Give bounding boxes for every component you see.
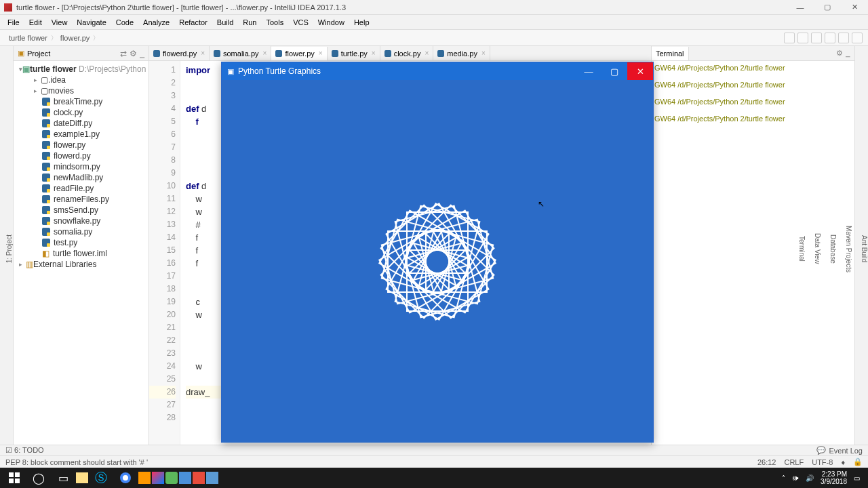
- taskbar-app[interactable]: [165, 472, 178, 484]
- sidebar-project-tab[interactable]: 1: Project: [5, 235, 13, 263]
- stop-button[interactable]: [838, 33, 849, 43]
- line-separator[interactable]: CRLF: [784, 458, 804, 466]
- tree-file[interactable]: test.py: [14, 237, 149, 248]
- sidebar-dataview-tab[interactable]: Data View: [814, 233, 821, 264]
- build-button[interactable]: [784, 33, 795, 43]
- close-icon[interactable]: ×: [425, 49, 429, 57]
- tree-file[interactable]: example1.py: [14, 129, 149, 140]
- tray-notifications-icon[interactable]: ▭: [854, 474, 860, 482]
- minimize-button[interactable]: —: [787, 0, 814, 15]
- taskview-button[interactable]: ▭: [52, 469, 75, 487]
- close-icon[interactable]: ×: [319, 49, 323, 57]
- turtle-minimize-button[interactable]: —: [576, 62, 601, 80]
- menu-view[interactable]: View: [47, 18, 73, 26]
- title-bar: turtle flower - [D:\Projects\Python 2\tu…: [0, 0, 868, 15]
- tree-file[interactable]: mindsorm.py: [14, 161, 149, 172]
- tree-file[interactable]: snowflake.py: [14, 216, 149, 226]
- taskbar-app[interactable]: [193, 472, 205, 484]
- tree-file[interactable]: newMadlib.py: [14, 172, 149, 183]
- tree-file[interactable]: smsSend.py: [14, 205, 149, 216]
- breadcrumb[interactable]: turtle flower: [5, 34, 51, 42]
- sidebar-ant-tab[interactable]: Ant Build: [861, 235, 868, 262]
- taskbar-intellij[interactable]: [152, 472, 164, 484]
- tree-file[interactable]: flower.py: [14, 140, 149, 150]
- menu-build[interactable]: Build: [212, 18, 238, 26]
- todo-tab[interactable]: ☑ 6: TODO: [5, 446, 44, 455]
- tab-media[interactable]: media.py×: [433, 46, 490, 60]
- sidebar-database-tab[interactable]: Database: [829, 235, 837, 264]
- gear-icon[interactable]: ⚙: [836, 49, 843, 58]
- file-encoding[interactable]: UTF-8: [812, 458, 833, 466]
- cursor-position[interactable]: 26:12: [757, 458, 776, 466]
- event-log-tab[interactable]: 💬 Event Log: [816, 446, 863, 455]
- terminal-body[interactable]: GW64 /d/Projects/Python 2/turtle flower …: [652, 61, 854, 445]
- tree-file[interactable]: flowerd.py: [14, 150, 149, 161]
- tab-turtle[interactable]: turtle.py×: [328, 46, 380, 60]
- terminal-tab[interactable]: Terminal: [652, 47, 689, 61]
- tab-flower[interactable]: flower.py×: [271, 47, 327, 61]
- tree-folder-movies[interactable]: ▸▢ movies: [14, 85, 149, 96]
- tree-file[interactable]: renameFiles.py: [14, 194, 149, 205]
- taskbar-sublime[interactable]: [138, 472, 151, 484]
- menu-vcs[interactable]: VCS: [288, 18, 313, 26]
- tree-folder-idea[interactable]: ▸▢ .idea: [14, 75, 149, 85]
- tree-file[interactable]: somalia.py: [14, 226, 149, 237]
- turtle-close-button[interactable]: ✕: [627, 62, 653, 80]
- turtle-window[interactable]: ▣ Python Turtle Graphics — ▢ ✕ ↖: [221, 62, 654, 443]
- debug-button[interactable]: [811, 33, 822, 43]
- tray-volume-icon[interactable]: 🔊: [806, 474, 814, 482]
- menu-refactor[interactable]: Refactor: [174, 18, 212, 26]
- close-icon[interactable]: ×: [201, 49, 205, 57]
- menu-navigate[interactable]: Navigate: [72, 18, 111, 26]
- sidebar-maven-tab[interactable]: Maven Projects: [845, 226, 852, 272]
- menu-tools[interactable]: Tools: [261, 18, 288, 26]
- coverage-button[interactable]: [825, 33, 835, 43]
- taskbar-skype[interactable]: Ⓢ: [90, 469, 113, 487]
- tree-file[interactable]: readFile.py: [14, 183, 149, 194]
- lock-icon[interactable]: 🔒: [853, 458, 863, 466]
- taskbar-app[interactable]: [206, 472, 218, 484]
- run-button[interactable]: [797, 33, 808, 43]
- tray-clock[interactable]: 2:23 PM3/9/2018: [821, 470, 847, 485]
- tree-file[interactable]: dateDiff.py: [14, 118, 149, 129]
- menu-window[interactable]: Window: [313, 18, 349, 26]
- settings-icon[interactable]: ⚙: [130, 49, 137, 58]
- tree-file[interactable]: ◧turtle flower.iml: [14, 248, 149, 259]
- tab-clock[interactable]: clock.py×: [380, 46, 434, 60]
- context-indicator[interactable]: ♦: [841, 458, 845, 466]
- menu-run[interactable]: Run: [238, 18, 261, 26]
- close-button[interactable]: ✕: [841, 0, 868, 15]
- tree-external-libs[interactable]: ▸▥ External Libraries: [14, 259, 149, 270]
- hide-icon[interactable]: ⎯: [846, 49, 850, 58]
- tray-up-icon[interactable]: ˄: [782, 474, 785, 482]
- close-icon[interactable]: ×: [372, 49, 376, 57]
- maximize-button[interactable]: ▢: [814, 0, 841, 15]
- taskbar-app[interactable]: [179, 472, 191, 484]
- collapse-icon[interactable]: ⇄: [120, 49, 127, 58]
- taskbar-explorer[interactable]: [76, 472, 88, 483]
- status-hint: PEP 8: block comment should start with '…: [5, 458, 148, 466]
- close-icon[interactable]: ×: [263, 49, 267, 57]
- menu-code[interactable]: Code: [111, 18, 138, 26]
- cortana-button[interactable]: ◯: [27, 469, 50, 487]
- turtle-title-bar[interactable]: ▣ Python Turtle Graphics — ▢ ✕: [222, 62, 653, 80]
- taskbar-chrome[interactable]: [114, 469, 137, 487]
- start-button[interactable]: [3, 469, 26, 487]
- close-icon[interactable]: ×: [481, 49, 486, 57]
- menu-analyze[interactable]: Analyze: [138, 18, 174, 26]
- menu-file[interactable]: File: [3, 18, 24, 26]
- tree-root[interactable]: ▾ ▣ turtle flower D:\Projects\Python 2\t…: [14, 64, 149, 75]
- tree-file[interactable]: breakTime.py: [14, 96, 149, 107]
- tab-flowerd[interactable]: flowerd.py×: [149, 46, 210, 60]
- menu-help[interactable]: Help: [349, 18, 374, 26]
- turtle-maximize-button[interactable]: ▢: [601, 62, 627, 80]
- tab-somalia[interactable]: somalia.py×: [210, 46, 271, 60]
- search-button[interactable]: [852, 33, 863, 43]
- tray-wifi-icon[interactable]: 🕪: [792, 474, 799, 482]
- hide-icon[interactable]: ⎯: [140, 49, 144, 58]
- tree-file[interactable]: clock.py: [14, 107, 149, 118]
- project-tree[interactable]: ▾ ▣ turtle flower D:\Projects\Python 2\t…: [14, 61, 149, 445]
- menu-edit[interactable]: Edit: [24, 18, 47, 26]
- breadcrumb[interactable]: flower.py: [57, 34, 93, 42]
- sidebar-terminal-tab[interactable]: Terminal: [798, 236, 806, 262]
